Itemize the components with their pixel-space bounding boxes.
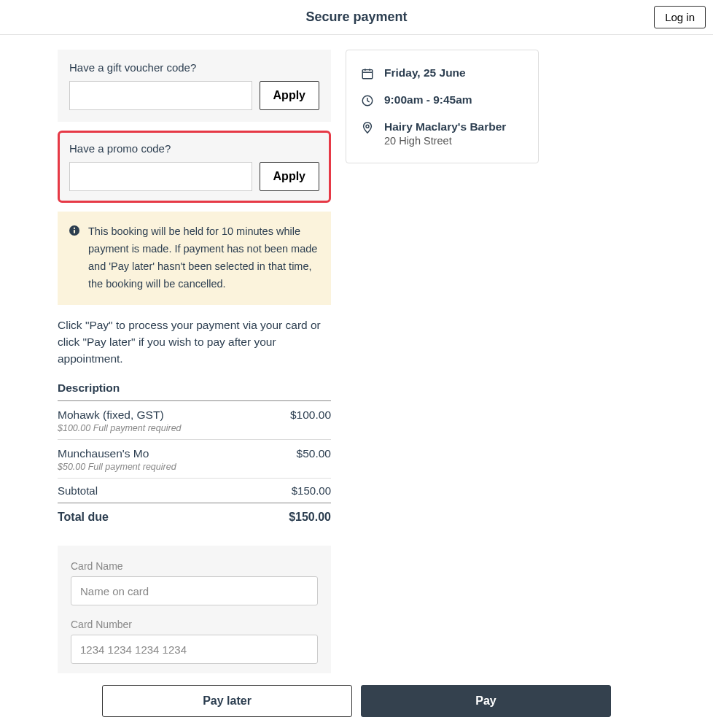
card-number-input[interactable]	[71, 635, 318, 664]
promo-code-apply-button[interactable]: Apply	[260, 162, 319, 191]
hold-notice-text: This booking will be held for 10 minutes…	[88, 223, 319, 293]
card-name-label: Card Name	[71, 560, 318, 572]
item-price: $100.00	[290, 408, 331, 422]
payment-instruction: Click "Pay" to process your payment via …	[58, 317, 331, 368]
total-value: $150.00	[289, 511, 331, 524]
svg-point-1	[74, 228, 75, 229]
info-icon	[69, 223, 79, 293]
promo-code-section: Have a promo code? Apply	[58, 131, 331, 203]
line-item: Munchausen's Mo $50.00 $50.00 Full payme…	[58, 440, 331, 479]
hold-notice: This booking will be held for 10 minutes…	[58, 212, 331, 305]
promo-code-label: Have a promo code?	[69, 142, 319, 155]
pay-button[interactable]: Pay	[361, 685, 611, 717]
card-number-label: Card Number	[71, 619, 318, 630]
main-scroll-pane[interactable]: Have a gift voucher code? Apply Have a p…	[0, 35, 713, 673]
card-form: Card Name Card Number Expires	[58, 546, 331, 673]
gift-voucher-apply-button[interactable]: Apply	[260, 81, 319, 110]
promo-code-input[interactable]	[69, 162, 252, 191]
gift-voucher-label: Have a gift voucher code?	[69, 61, 319, 74]
subtotal-value: $150.00	[292, 484, 331, 497]
header: Secure payment Log in	[0, 0, 713, 35]
booking-address: 20 High Street	[384, 135, 506, 147]
footer: Pay later Pay	[0, 673, 713, 728]
line-item: Mohawk (fixed, GST) $100.00 $100.00 Full…	[58, 401, 331, 440]
subtotal-row: Subtotal $150.00	[58, 479, 331, 503]
calendar-icon	[361, 66, 374, 80]
subtotal-label: Subtotal	[58, 484, 98, 497]
item-sub: $50.00 Full payment required	[58, 462, 331, 472]
item-name: Munchausen's Mo	[58, 447, 149, 460]
booking-date: Friday, 25 June	[384, 66, 466, 80]
login-button[interactable]: Log in	[654, 6, 706, 28]
total-label: Total due	[58, 511, 109, 524]
item-sub: $100.00 Full payment required	[58, 423, 331, 433]
gift-voucher-section: Have a gift voucher code? Apply	[58, 50, 331, 122]
pay-later-button[interactable]: Pay later	[102, 685, 352, 717]
svg-rect-2	[74, 230, 75, 233]
item-price: $50.00	[297, 447, 331, 460]
booking-location: Hairy Maclary's Barber 20 High Street	[384, 120, 506, 147]
gift-voucher-input[interactable]	[69, 81, 252, 110]
clock-icon	[361, 93, 374, 107]
location-pin-icon	[361, 120, 374, 134]
svg-point-8	[366, 125, 369, 128]
item-name: Mohawk (fixed, GST)	[58, 408, 164, 422]
total-row: Total due $150.00	[58, 503, 331, 538]
page-title: Secure payment	[305, 9, 407, 25]
booking-time: 9:00am - 9:45am	[384, 93, 472, 107]
booking-summary: Friday, 25 June 9:00am - 9:45am Hai	[346, 50, 539, 163]
description-header: Description	[58, 382, 331, 401]
card-name-input[interactable]	[71, 576, 318, 605]
svg-rect-3	[362, 70, 373, 79]
